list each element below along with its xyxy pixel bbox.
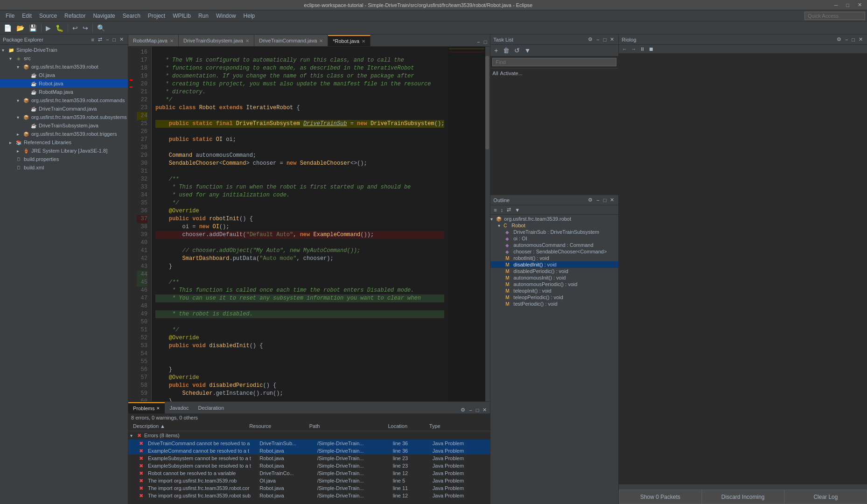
tree-item-triggers-pkg[interactable]: ▸ 📦 org.usfirst.frc.team3539.robot.trigg… (0, 130, 128, 138)
task-list-maximize-button[interactable]: □ (602, 36, 608, 43)
error-group-header[interactable]: ▾ ✖ Errors (8 items) (128, 431, 490, 440)
col-location[interactable]: Location (386, 423, 427, 429)
menu-file[interactable]: File (2, 12, 18, 20)
riolog-settings-button[interactable]: ⚙ (835, 36, 843, 43)
tab-javadoc[interactable]: Javadoc (165, 402, 193, 413)
col-path[interactable]: Path (308, 423, 386, 429)
save-button[interactable]: 💾 (27, 23, 39, 33)
col-resource[interactable]: Resource (247, 423, 308, 429)
outline-close-button[interactable]: ✕ (608, 196, 615, 203)
outline-collapse-button[interactable]: ≡ (492, 206, 498, 213)
menu-run[interactable]: Run (195, 12, 212, 20)
outline-item-disabledperiodic[interactable]: M disabledPeriodic() : void (490, 268, 618, 274)
tree-item-drivetrainsubsystem-java[interactable]: ☕ DriveTrainSubsystem.java (0, 121, 128, 130)
tree-item-drivetraincommand-java[interactable]: ☕ DriveTrainCommand.java (0, 105, 128, 113)
undo-button[interactable]: ↩ (70, 23, 80, 33)
tab-problems[interactable]: Problems ✕ (128, 402, 165, 413)
run-button[interactable]: ▶ (44, 23, 53, 33)
outline-item-drivetrainsub[interactable]: ◆ DriveTrainSub : DriveTrainSubsystem (490, 229, 618, 235)
outline-item-chooser[interactable]: ◆ chooser : SendableChooser<Command> (490, 248, 618, 255)
problems-close-button[interactable]: ✕ (481, 406, 488, 413)
outline-item-testperiodic[interactable]: M testPeriodic() : void (490, 301, 618, 307)
link-editor-button[interactable]: ⇄ (97, 36, 104, 43)
problems-maximize-button[interactable]: □ (475, 406, 481, 413)
tab-robot-java[interactable]: *Robot.java ✕ (328, 35, 371, 46)
task-list-settings-button[interactable]: ⚙ (587, 36, 594, 43)
problem-row[interactable]: ✖ Robot cannot be resolved to a variable… (128, 469, 490, 477)
outline-item-autonomousinit[interactable]: M autonomousInit() : void (490, 274, 618, 281)
tree-item-oi-java[interactable]: ☕ OI.java (0, 71, 128, 79)
outline-item-oi[interactable]: ◆ oi : OI (490, 235, 618, 242)
tree-item-build-properties[interactable]: 🗒 build.properties (0, 155, 128, 163)
outline-item-autonomousperiodic[interactable]: M autonomousPeriodic() : void (490, 281, 618, 287)
outline-item-teleopinit[interactable]: M teleopInit() : void (490, 287, 618, 294)
maximize-editor-button[interactable]: □ (482, 39, 489, 45)
tab-close-icon[interactable]: ✕ (245, 38, 249, 43)
clear-log-button[interactable]: Clear Log (784, 490, 867, 504)
riolog-maximize-button[interactable]: □ (850, 36, 856, 43)
tab-robotmap[interactable]: RobotMap.java ✕ (128, 35, 179, 46)
col-description[interactable]: Description ▲ (131, 423, 247, 429)
task-filter-button[interactable]: ▼ (523, 46, 533, 55)
menu-help[interactable]: Help (240, 12, 259, 20)
problems-settings-button[interactable]: ⚙ (459, 406, 467, 413)
outline-item-pkg[interactable]: ▾ 📦 org.usfirst.frc.team3539.robot (490, 216, 618, 222)
minimize-panel-button[interactable]: − (105, 36, 110, 43)
task-find-input[interactable] (492, 58, 616, 66)
menu-search[interactable]: Search (119, 12, 144, 20)
col-type[interactable]: Type (427, 423, 488, 429)
outline-item-teleopperiodic[interactable]: M teleopPeriodic() : void (490, 294, 618, 301)
tab-close-icon[interactable]: ✕ (362, 39, 365, 44)
code-area[interactable]: * The VM is configured to automatically … (152, 47, 448, 401)
close-button[interactable]: ✕ (856, 1, 863, 8)
outline-item-robotinit[interactable]: M robotInit() : void (490, 255, 618, 261)
task-refresh-button[interactable]: ↺ (512, 46, 522, 55)
riolog-forward-button[interactable]: → (629, 46, 637, 52)
problems-minimize-button[interactable]: − (468, 406, 473, 413)
minimize-button[interactable]: ─ (833, 1, 839, 8)
menu-edit[interactable]: Edit (18, 12, 35, 20)
maximize-panel-button[interactable]: □ (111, 36, 117, 43)
discard-incoming-button[interactable]: Discard Incoming (702, 490, 784, 504)
problem-row[interactable]: ✖ ExampleSubsystem cannot be resolved to… (128, 462, 490, 469)
tab-drivetrainsubsystem[interactable]: DriveTrainSubsystem.java ✕ (179, 35, 254, 46)
problem-row[interactable]: ✖ The import org.usfirst.frc.team3539.ro… (128, 484, 490, 492)
tree-item-robot-pkg[interactable]: ▾ 📦 org.usfirst.frc.team3539.robot (0, 63, 128, 71)
tree-item-build-xml[interactable]: 🗒 build.xml (0, 163, 128, 172)
tree-item-jre-library[interactable]: ▸ 🏺 JRE System Library [JavaSE-1.8] (0, 147, 128, 155)
editor-scrollbar[interactable] (485, 47, 490, 401)
tree-item-robot-java[interactable]: ☕ Robot.java (0, 79, 128, 88)
problem-row[interactable]: ✖ The import org.usfirst frc.team3539.ro… (128, 492, 490, 499)
open-button[interactable]: 📂 (14, 23, 26, 33)
menu-wpilib[interactable]: WPILib (169, 12, 195, 20)
problem-row[interactable]: ✖ The import org.usfirst.frc.team3539.ro… (128, 477, 490, 484)
problems-close-icon[interactable]: ✕ (156, 406, 160, 411)
tree-item-subsystems-pkg[interactable]: ▾ 📦 org.usfirst.frc.team3539.robot.subsy… (0, 113, 128, 121)
tab-close-icon[interactable]: ✕ (170, 38, 174, 43)
tree-item-commands-pkg[interactable]: ▾ 📦 org.usfirst.frc.team3539.robot.comma… (0, 96, 128, 105)
maximize-button[interactable]: □ (845, 1, 851, 8)
minimize-editor-button[interactable]: − (475, 39, 481, 45)
outline-maximize-button[interactable]: □ (602, 196, 608, 203)
show-packets-button[interactable]: Show 0 Packets (619, 490, 701, 504)
riolog-stop-button[interactable]: ⏹ (647, 46, 655, 52)
outline-sync-button[interactable]: ⇄ (505, 206, 512, 213)
tree-item-src[interactable]: ▾ ◈ src (0, 54, 128, 63)
menu-project[interactable]: Project (144, 12, 169, 20)
tree-item-robotmap-java[interactable]: ☕ RobotMap.java (0, 88, 128, 96)
outline-sort-button[interactable]: ↕ (499, 206, 505, 213)
riolog-pause-button[interactable]: ⏸ (638, 46, 646, 52)
quick-access-input[interactable] (804, 12, 865, 20)
tree-item-simple-drivetrain[interactable]: ▾ 📁 Simple-DriveTrain (0, 46, 128, 54)
outline-minimize-button[interactable]: − (595, 196, 601, 203)
menu-navigate[interactable]: Navigate (89, 12, 119, 20)
task-list-close-button[interactable]: ✕ (608, 36, 615, 43)
tree-item-referenced-libraries[interactable]: ▸ 📚 Referenced Libraries (0, 138, 128, 147)
task-list-minimize-button[interactable]: − (595, 36, 601, 43)
task-new-button[interactable]: + (492, 46, 500, 55)
tab-drivetraincommand[interactable]: DriveTrainCommand.java ✕ (254, 35, 328, 46)
search-button[interactable]: 🔍 (95, 23, 107, 33)
close-panel-button[interactable]: ✕ (118, 36, 125, 43)
problem-row[interactable]: ✖ ExampleSubsystem cannot be resolved to… (128, 455, 490, 462)
problem-row[interactable]: ✖ DriveTrainCommand cannot be resolved t… (128, 440, 490, 447)
